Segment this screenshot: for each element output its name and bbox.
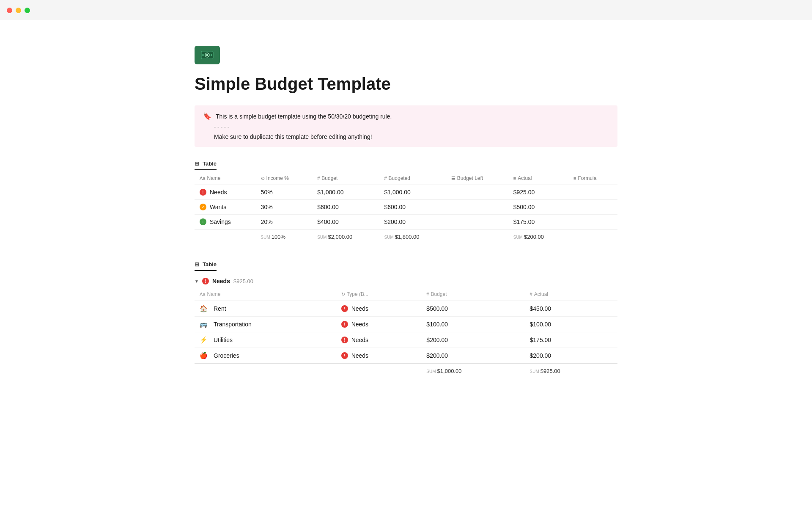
sub-table-row: 🏠 Rent ! Needs $500.00 $450.00 [195,301,617,317]
table-section-1: ⊞ Table AaName ⊙Income % #Budget #Budget… [195,160,617,244]
row-emoji-icon: 🏠 [200,305,208,312]
type-status-icon: ! [341,305,348,312]
type-status-icon: ! [341,321,348,328]
budget-summary-table: AaName ⊙Income % #Budget #Budgeted ☰Budg… [195,172,617,244]
cell-budget: $1,000.00 [312,185,379,200]
bookmark-icon: 🔖 [203,112,211,120]
table-section-2: ⊞ Table ▼ ! Needs $925.00 AaName ↻Type (… [195,261,617,378]
sub-cell-budget: $200.00 [421,332,524,348]
page-content: Simple Budget Template 🔖 This is a simpl… [152,20,660,429]
callout-text-1: This is a simple budget template using t… [216,113,392,120]
sub-cell-budget: $100.00 [421,317,524,332]
sub-cell-budget: $200.00 [421,348,524,364]
sub-cell-name: ⚡ Utilities [195,332,336,348]
cell-budgeted: $600.00 [379,200,446,215]
sub-cell-actual: $450.00 [525,301,617,317]
group-sum: $925.00 [233,278,253,284]
table-row: ! Needs 50% $1,000.00 $1,000.00 $925.00 [195,185,617,200]
sub-col-actual: #Actual [525,288,617,301]
sub-table-row: 🍎 Groceries ! Needs $200.00 $200.00 [195,348,617,364]
type-status-icon: ! [341,352,348,359]
col-name: AaName [195,172,256,185]
status-icon: ✓ [200,204,206,210]
sub-table-row: 🚌 Transportation ! Needs $100.00 $100.00 [195,317,617,332]
sub-cell-actual: $175.00 [525,332,617,348]
callout-block: 🔖 This is a simple budget template using… [195,105,617,147]
sub-cell-type: ! Needs [336,332,422,348]
cell-budget-left [446,200,508,215]
row-emoji-icon: 🚌 [200,320,208,328]
group-status-icon: ! [202,278,209,284]
svg-point-3 [202,54,204,56]
page-icon [195,46,220,64]
cell-actual: $925.00 [508,185,568,200]
close-button[interactable] [7,8,12,13]
callout-divider: - - - - - [214,124,609,130]
sub-cell-name: 🏠 Rent [195,301,336,317]
col-budget: #Budget [312,172,379,185]
cell-income-pct: 50% [256,185,313,200]
cell-budget-left [446,185,508,200]
row-emoji-icon: 🍎 [200,352,208,359]
cell-budget-left [446,215,508,229]
maximize-button[interactable] [25,8,30,13]
status-icon: + [200,218,206,225]
svg-point-2 [206,54,208,56]
sub-cell-type: ! Needs [336,348,422,364]
cell-name: ✓ Wants [195,200,256,215]
sub-col-type: ↻Type (B... [336,288,422,301]
group-name: Needs [212,278,230,284]
status-icon: ! [200,189,206,196]
sub-cell-name: 🍎 Groceries [195,348,336,364]
needs-detail-table: AaName ↻Type (B... #Budget #Actual 🏠 Ren… [195,288,617,378]
cell-actual: $175.00 [508,215,568,229]
sub-table-footer-row: SUM$1,000.00 SUM$925.00 [195,364,617,379]
sub-col-budget: #Budget [421,288,524,301]
sub-cell-actual: $100.00 [525,317,617,332]
sub-table-header-row: AaName ↻Type (B... #Budget #Actual [195,288,617,301]
table-footer-row: SUM100% SUM$2,000.00 SUM$1,800.00 SUM$20… [195,229,617,245]
col-formula: ≡Formula [568,172,617,185]
type-status-icon: ! [341,337,348,343]
cell-actual: $500.00 [508,200,568,215]
cell-budget: $600.00 [312,200,379,215]
cell-formula [568,200,617,215]
row-emoji-icon: ⚡ [200,336,208,344]
table-2-label: ⊞ Table [195,261,217,271]
page-title: Simple Budget Template [195,75,617,94]
minimize-button[interactable] [16,8,21,13]
sub-cell-type: ! Needs [336,301,422,317]
group-header-needs: ▼ ! Needs $925.00 [195,273,617,288]
sub-cell-actual: $200.00 [525,348,617,364]
sub-cell-name: 🚌 Transportation [195,317,336,332]
cell-formula [568,215,617,229]
group-toggle[interactable]: ▼ [195,279,199,284]
cell-name: ! Needs [195,185,256,200]
cell-budgeted: $1,000.00 [379,185,446,200]
svg-point-4 [211,54,212,56]
table-header-row: AaName ⊙Income % #Budget #Budgeted ☰Budg… [195,172,617,185]
sub-cell-budget: $500.00 [421,301,524,317]
titlebar [0,0,812,20]
table-row: ✓ Wants 30% $600.00 $600.00 $500.00 [195,200,617,215]
sub-col-name: AaName [195,288,336,301]
cell-budget: $400.00 [312,215,379,229]
table-row: + Savings 20% $400.00 $200.00 $175.00 [195,215,617,229]
col-income-pct: ⊙Income % [256,172,313,185]
col-budgeted: #Budgeted [379,172,446,185]
table-1-label: ⊞ Table [195,160,217,170]
col-actual: ≡Actual [508,172,568,185]
sub-cell-type: ! Needs [336,317,422,332]
cell-income-pct: 30% [256,200,313,215]
callout-text-2: Make sure to duplicate this template bef… [214,133,609,140]
cell-formula [568,185,617,200]
cell-name: + Savings [195,215,256,229]
table-icon-1: ⊞ [195,160,199,167]
cell-budgeted: $200.00 [379,215,446,229]
sub-table-row: ⚡ Utilities ! Needs $200.00 $175.00 [195,332,617,348]
sub-table-needs: AaName ↻Type (B... #Budget #Actual 🏠 Ren… [195,288,617,378]
col-budget-left: ☰Budget Left [446,172,508,185]
cell-income-pct: 20% [256,215,313,229]
table-icon-2: ⊞ [195,261,199,268]
